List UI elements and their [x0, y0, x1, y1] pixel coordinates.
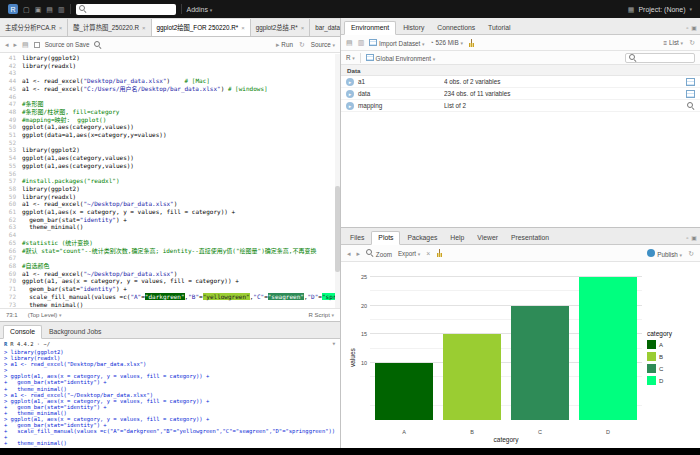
source-button[interactable]: Source ▾: [311, 41, 335, 48]
close-icon[interactable]: ×: [241, 25, 245, 31]
code-lines[interactable]: 41library(ggplot2)42library(readxl)4344a…: [0, 53, 340, 308]
export-button[interactable]: Export ▾: [398, 250, 420, 257]
minimize-icon[interactable]: ▫: [686, 235, 688, 241]
next-plot-icon[interactable]: ▸: [357, 250, 361, 257]
open-file-icon[interactable]: ▣: [35, 6, 42, 13]
view-table-icon[interactable]: [686, 78, 695, 86]
project-menu[interactable]: Project: (None): [638, 6, 685, 13]
load-workspace-icon[interactable]: ▤: [346, 39, 353, 46]
minimize-icon[interactable]: ▫: [686, 25, 688, 31]
clear-all-plots-icon[interactable]: [436, 249, 443, 257]
tab-environment[interactable]: Environment: [344, 21, 396, 35]
print-icon[interactable]: ▥: [58, 6, 65, 13]
previous-plot-icon[interactable]: ◂: [347, 250, 351, 257]
tab-presentation[interactable]: Presentation: [505, 232, 555, 244]
code-text: ggplot(a1,aes(category,values)): [22, 162, 134, 170]
environment-search-input[interactable]: [625, 53, 695, 63]
view-table-icon[interactable]: [686, 90, 695, 98]
tab-packages[interactable]: Packages: [401, 232, 443, 244]
environment-row[interactable]: ▸data234 obs. of 11 variables: [341, 88, 700, 100]
code-text: ggplot(a1,aes(x = category, y = values, …: [22, 208, 235, 216]
code-line: 64: [0, 231, 340, 239]
close-icon[interactable]: ×: [142, 25, 146, 31]
zoom-button[interactable]: Zoom: [366, 249, 392, 258]
run-button[interactable]: ▸ Run: [276, 41, 293, 48]
save-icon[interactable]: ▤: [22, 41, 29, 48]
code-line: 47#条形图: [0, 100, 340, 108]
maximize-icon[interactable]: ▣: [691, 24, 697, 31]
refresh-icon[interactable]: ↻: [689, 39, 695, 46]
forward-icon[interactable]: ▸: [14, 41, 18, 48]
editor-tab[interactable]: bar_data×: [310, 19, 340, 36]
list-view-menu[interactable]: ≡ List ▾: [664, 39, 684, 46]
file-type-menu[interactable]: R Script ▾: [308, 312, 334, 318]
legend-item: A: [647, 340, 696, 349]
editor-scrollbar[interactable]: [335, 54, 340, 308]
chart-legend: category ABCD: [642, 270, 696, 445]
scrollbar-thumb[interactable]: [335, 186, 340, 272]
tab-connections[interactable]: Connections: [431, 22, 481, 34]
line-number: 70: [0, 277, 22, 285]
code-line: 52: [0, 139, 340, 147]
tab-tutorial[interactable]: Tutorial: [482, 22, 516, 34]
code-line: 58library(ggplot2): [0, 185, 340, 193]
save-icon[interactable]: ▤: [46, 6, 53, 13]
inspect-icon[interactable]: [687, 102, 695, 110]
environment-pane: Environment History Connections Tutorial…: [341, 18, 700, 228]
console-body[interactable]: RR 4.4.2 · ~/ ▾ > library(ggplot2)> libr…: [0, 339, 340, 448]
back-icon[interactable]: ◂: [5, 41, 9, 48]
close-icon[interactable]: ×: [59, 25, 63, 31]
go-to-file-search[interactable]: [76, 4, 176, 15]
line-number: 69: [0, 270, 22, 278]
publish-button[interactable]: Publish ▾: [647, 249, 682, 258]
tab-viewer[interactable]: Viewer: [471, 232, 504, 244]
clear-objects-icon[interactable]: [468, 39, 475, 47]
refresh-icon[interactable]: ↻: [688, 250, 694, 257]
memory-usage[interactable]: ◔ 526 MiB ▾: [430, 39, 463, 46]
environment-row[interactable]: ▸a14 obs. of 2 variables: [341, 76, 700, 88]
axis-spacer: [357, 436, 370, 445]
code-text: ggplot(a1,aes(category,values)): [22, 154, 134, 162]
maximize-icon[interactable]: ▣: [691, 234, 697, 241]
expand-icon[interactable]: ▸: [346, 78, 354, 86]
legend-title: category: [647, 330, 696, 337]
remove-plot-icon[interactable]: ×: [426, 250, 430, 257]
chevron-down-icon: ▾: [332, 42, 335, 48]
import-dataset-button[interactable]: Import Dataset ▾: [369, 39, 424, 47]
object-name: a1: [358, 78, 440, 85]
chevron-down-icon: ▾: [689, 6, 692, 12]
editor-tabbar: 主成分分析PCA.R× 酸_计算热图_250220.R× ggplot2绘图_F…: [0, 18, 340, 37]
source-on-save-checkbox[interactable]: [34, 42, 40, 48]
tab-console[interactable]: Console: [3, 325, 42, 339]
code-line: 66#默认 stat="count"--统计类别次数,确定条高; identit…: [0, 247, 340, 255]
editor-tab[interactable]: 酸_计算热图_250220.R×: [68, 19, 151, 36]
new-file-icon[interactable]: ▢: [23, 6, 30, 13]
tab-background-jobs[interactable]: Background Jobs: [43, 326, 108, 338]
environment-row[interactable]: ▸mappingList of 2: [341, 100, 700, 112]
scope-indicator[interactable]: (Top Level) ▾: [28, 312, 62, 318]
tab-plots[interactable]: Plots: [371, 231, 400, 245]
tab-files[interactable]: Files: [344, 232, 370, 244]
tab-history[interactable]: History: [397, 22, 430, 34]
legend-item: C: [647, 364, 696, 373]
project-icon: ▦: [628, 6, 635, 13]
close-icon[interactable]: ×: [301, 25, 305, 31]
code-line: 57#install.packages("readxl"): [0, 177, 340, 185]
addins-menu[interactable]: Addins ▾: [187, 6, 213, 13]
console-options-icon[interactable]: ▾: [332, 341, 336, 348]
editor-tab[interactable]: 主成分分析PCA.R×: [0, 19, 68, 36]
run-icon: ▸: [276, 41, 280, 48]
expand-icon[interactable]: ▸: [346, 102, 354, 110]
save-workspace-icon[interactable]: ▥: [358, 39, 365, 46]
editor-tab-active[interactable]: ggplot2绘图_FOR 250220.R*×: [152, 19, 251, 36]
environment-scope-menu[interactable]: Global Environment ▾: [366, 54, 435, 62]
find-icon[interactable]: [94, 41, 102, 49]
code-line: 46: [0, 93, 340, 101]
tab-help[interactable]: Help: [444, 232, 470, 244]
editor-tab[interactable]: ggplot2总结.R*×: [251, 19, 311, 36]
rerun-icon[interactable]: ↻: [299, 41, 305, 48]
language-selector[interactable]: R ▾: [346, 54, 355, 61]
expand-icon[interactable]: ▸: [346, 90, 354, 98]
x-tick-label: D: [574, 429, 642, 435]
code-text: ggplot(a1,aes(category,values)): [22, 123, 134, 131]
